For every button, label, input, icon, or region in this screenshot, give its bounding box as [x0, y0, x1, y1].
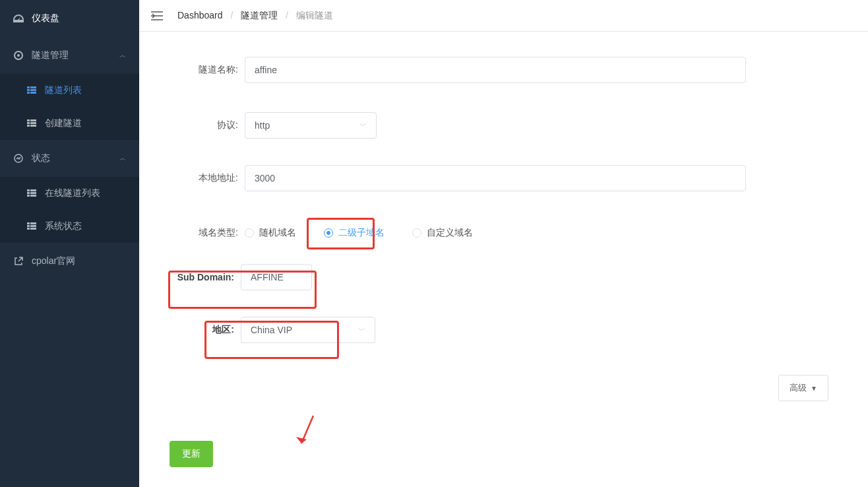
sidebar-item-label: 隧道管理 [32, 49, 69, 61]
svg-rect-17 [30, 189, 36, 191]
sidebar-item-tunnel-list[interactable]: 隧道列表 [0, 74, 139, 107]
svg-rect-16 [27, 189, 30, 191]
sidebar-item-system-status[interactable]: 系统状态 [0, 210, 139, 243]
svg-rect-27 [30, 228, 36, 230]
svg-rect-12 [30, 122, 36, 124]
svg-rect-18 [27, 192, 30, 194]
form-content: 隧道名称: 协议: http ﹀ 本地地址: 域名类型: 随 [139, 32, 868, 487]
sidebar-item-label: 系统状态 [45, 220, 126, 232]
svg-rect-5 [27, 89, 30, 91]
sidebar: 仪表盘 隧道管理 ︿ 隧道列表 创建隧道 [0, 0, 139, 487]
sidebar-item-label: 在线隧道列表 [45, 187, 126, 199]
subdomain-label: Sub Domain: [168, 272, 241, 282]
sidebar-item-label: 隧道列表 [45, 84, 126, 96]
external-link-icon [13, 256, 24, 267]
update-button[interactable]: 更新 [170, 441, 213, 467]
svg-rect-13 [27, 125, 30, 127]
svg-rect-20 [27, 195, 30, 197]
caret-down-icon: ▼ [811, 385, 817, 392]
svg-rect-10 [30, 119, 36, 121]
sidebar-item-cpolar-site[interactable]: cpolar官网 [0, 243, 139, 280]
advanced-button-label: 高级 [790, 382, 807, 394]
grid-icon [26, 118, 37, 129]
region-select-value: China VIP [251, 325, 292, 335]
radio-label: 随机域名 [259, 227, 296, 239]
svg-rect-6 [30, 89, 36, 91]
radio-circle-icon [245, 228, 254, 238]
sidebar-item-tunnel-mgmt[interactable]: 隧道管理 ︿ [0, 37, 139, 74]
row-region: 地区: China VIP ﹀ [208, 317, 848, 343]
svg-rect-21 [30, 195, 36, 197]
sidebar-item-dashboard[interactable]: 仪表盘 [0, 0, 139, 37]
svg-point-1 [17, 54, 20, 57]
svg-rect-25 [30, 225, 36, 227]
sidebar-item-label: 状态 [32, 152, 50, 164]
grid-icon [26, 221, 37, 232]
radio-circle-icon [412, 228, 421, 238]
svg-rect-7 [27, 92, 30, 94]
protocol-select[interactable]: http ﹀ [245, 112, 377, 139]
dashboard-icon [13, 13, 24, 24]
svg-rect-9 [27, 119, 30, 121]
sidebar-item-create-tunnel[interactable]: 创建隧道 [0, 107, 139, 140]
breadcrumb-separator: / [286, 10, 288, 20]
svg-rect-24 [27, 225, 30, 227]
grid-icon [26, 85, 37, 96]
local-addr-label: 本地地址: [159, 172, 245, 184]
sidebar-item-status[interactable]: 状态 ︿ [0, 140, 139, 177]
row-protocol: 协议: http ﹀ [159, 112, 848, 139]
tunnel-name-input[interactable] [245, 57, 746, 83]
domain-type-label: 域名类型: [159, 227, 245, 239]
local-addr-input[interactable] [245, 165, 746, 191]
topbar: Dashboard / 隧道管理 / 编辑隧道 [139, 0, 868, 32]
hamburger-icon[interactable] [151, 11, 163, 20]
chevron-down-icon: ﹀ [359, 121, 367, 131]
svg-rect-22 [27, 222, 30, 224]
svg-rect-3 [27, 86, 30, 88]
row-advanced: 高级 ▼ [159, 375, 848, 401]
radio-subdomain[interactable]: 二级子域名 [324, 227, 385, 239]
tunnel-name-label: 隧道名称: [159, 64, 245, 76]
radio-random-domain[interactable]: 随机域名 [245, 227, 296, 239]
svg-rect-4 [30, 86, 36, 88]
breadcrumb-separator: / [230, 10, 233, 20]
chevron-up-icon: ︿ [119, 51, 126, 60]
subdomain-input[interactable] [241, 264, 312, 290]
radio-label: 自定义域名 [427, 227, 473, 239]
breadcrumb: Dashboard / 隧道管理 / 编辑隧道 [177, 10, 333, 22]
chevron-down-icon: ﹀ [358, 325, 365, 335]
sidebar-item-label: 创建隧道 [45, 117, 126, 129]
svg-rect-14 [30, 125, 36, 127]
svg-rect-26 [27, 228, 30, 230]
breadcrumb-item-current: 编辑隧道 [296, 10, 333, 20]
row-domain-type: 域名类型: 随机域名 二级子域名 自定义域名 [159, 227, 848, 239]
chevron-up-icon: ︿ [119, 154, 126, 163]
svg-rect-8 [30, 92, 36, 94]
radio-custom-domain[interactable]: 自定义域名 [412, 227, 473, 239]
main-content: Dashboard / 隧道管理 / 编辑隧道 隧道名称: 协议: http ﹀… [139, 0, 868, 487]
status-icon [13, 153, 24, 164]
radio-circle-icon [324, 228, 333, 238]
region-select[interactable]: China VIP ﹀ [241, 317, 375, 343]
sidebar-item-label: cpolar官网 [32, 255, 126, 267]
row-local-addr: 本地地址: [159, 165, 848, 191]
svg-rect-11 [27, 122, 30, 124]
protocol-label: 协议: [159, 119, 245, 131]
sidebar-item-online-tunnels[interactable]: 在线隧道列表 [0, 177, 139, 210]
radio-label: 二级子域名 [338, 227, 385, 239]
breadcrumb-item[interactable]: Dashboard [177, 10, 223, 20]
row-tunnel-name: 隧道名称: [159, 57, 848, 83]
svg-rect-19 [30, 192, 36, 194]
breadcrumb-item[interactable]: 隧道管理 [241, 10, 278, 20]
row-subdomain: Sub Domain: [168, 264, 848, 290]
sidebar-item-label: 仪表盘 [32, 13, 126, 24]
grid-icon [26, 188, 37, 199]
tunnel-icon [13, 50, 24, 61]
domain-type-radio-group: 随机域名 二级子域名 自定义域名 [245, 227, 473, 239]
protocol-select-value: http [255, 120, 270, 131]
region-label: 地区: [208, 324, 241, 336]
svg-rect-23 [30, 222, 36, 224]
advanced-button[interactable]: 高级 ▼ [778, 375, 828, 401]
